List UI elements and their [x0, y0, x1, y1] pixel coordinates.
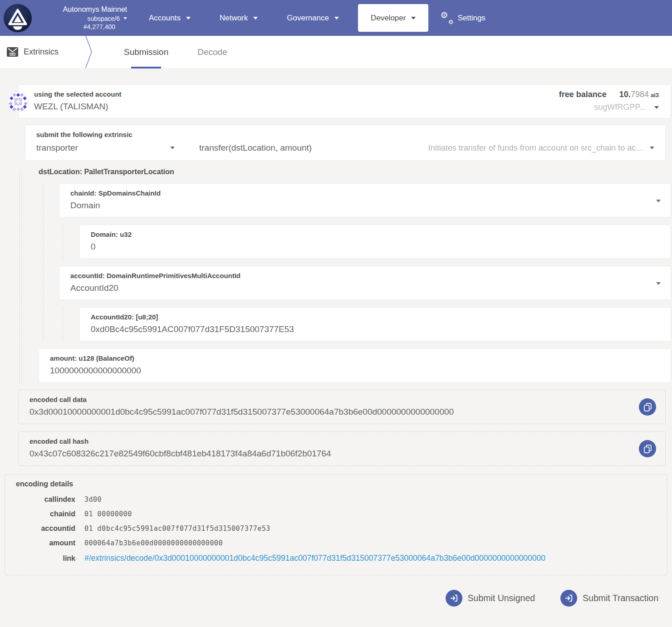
top-navbar: Autonomys Mainnet subspace/6 #4,277,400 … — [0, 0, 672, 36]
encoded-call-data-box: encoded call data 0x3d00010000000001d0bc… — [18, 390, 666, 424]
param-accountid-value: AccountId20 — [70, 283, 660, 293]
param-amount-label: amount: u128 (BalanceOf) — [50, 354, 660, 362]
tab-decode[interactable]: Decode — [197, 36, 227, 68]
balance-integer: 10. — [619, 90, 631, 99]
params-level-2a: Domain: u32 0 — [63, 225, 672, 259]
decode-link[interactable]: #/extrinsics/decode/0x3d00010000000001d0… — [84, 554, 545, 563]
tab-bar: Extrinsics Submission Decode — [0, 36, 672, 68]
extrinsics-mail-icon — [6, 46, 19, 58]
detail-label-link: link — [16, 554, 75, 563]
actions-bar: Submit Unsigned Submit Transaction — [0, 590, 658, 607]
balance-unit: ai3 — [651, 92, 659, 98]
menu-item-network[interactable]: Network — [205, 0, 272, 36]
param-accountid-label: accountId: DomainRuntimePrimitivesMultiA… — [70, 272, 660, 279]
account-selector[interactable]: using the selected account WEZL (TALISMA… — [18, 84, 671, 118]
extrinsic-section: submit the following extrinsic transport… — [25, 125, 666, 161]
param-accountid20-input[interactable]: AccountId20: [u8;20] 0xd0Bc4c95c5991AC00… — [79, 307, 671, 341]
param-chainid-label: chainId: SpDomainsChainId — [70, 189, 660, 197]
content-area: using the selected account WEZL (TALISMA… — [0, 84, 672, 607]
encoding-details-box: encoding details callindex 3d00 chainid … — [5, 474, 667, 575]
tab-submission[interactable]: Submission — [124, 36, 168, 68]
account-info: using the selected account WEZL (TALISMA… — [34, 90, 122, 112]
detail-value-amount: 000064a7b3b6e00d0000000000000000 — [84, 539, 656, 547]
chevron-down-icon — [170, 147, 175, 149]
encoded-call-hash-box: encoded call hash 0x43c07c608326c217e825… — [18, 431, 666, 466]
submit-transaction-button[interactable]: Submit Transaction — [560, 590, 658, 607]
chain-info[interactable]: Autonomys Mainnet subspace/6 #4,277,400 — [38, 5, 127, 31]
chevron-down-icon — [650, 147, 654, 149]
param-dstlocation-label: dstLocation: PalletTransporterLocation — [39, 168, 672, 176]
sign-in-icon — [560, 590, 577, 607]
encoded-call-hash-value: 0x43c07c608326c217e82549f60cbf8cbf481eb4… — [29, 449, 624, 459]
chevron-down-icon — [186, 17, 191, 20]
param-amount-input[interactable]: amount: u128 (BalanceOf) 100000000000000… — [39, 348, 671, 382]
param-accountid20-label: AccountId20: [u8;20] — [91, 313, 660, 321]
chevron-down-icon — [253, 17, 258, 20]
menu-item-developer[interactable]: Developer — [358, 4, 429, 32]
tabs: Submission Decode — [124, 36, 227, 68]
param-amount-value: 1000000000000000000 — [50, 366, 660, 376]
encoding-details-rows: callindex 3d00 chainid 01 00000000 accou… — [16, 495, 656, 563]
pallet-select[interactable]: transporter — [36, 143, 175, 153]
menu-item-accounts[interactable]: Accounts — [134, 0, 205, 36]
chevron-down-icon — [411, 17, 416, 20]
chevron-down-icon — [656, 282, 661, 285]
chain-name: Autonomys Mainnet — [63, 5, 127, 15]
copy-call-data-button[interactable] — [639, 398, 656, 416]
copy-icon — [644, 403, 652, 411]
chevron-down-icon — [656, 200, 661, 202]
param-domain-input[interactable]: Domain: u32 0 — [79, 225, 671, 259]
settings-button[interactable]: ⚙⚙ Settings — [433, 12, 485, 24]
submit-unsigned-button[interactable]: Submit Unsigned — [446, 590, 535, 607]
detail-label-accountid: accountid — [16, 524, 75, 533]
account-label: using the selected account — [34, 90, 122, 98]
detail-value-chainid: 01 00000000 — [84, 510, 656, 518]
detail-label-callindex: callindex — [16, 495, 75, 504]
runtime-version: subspace/6 — [87, 15, 120, 23]
params-level-2b: AccountId20: [u8;20] 0xd0Bc4c95c5991AC00… — [63, 307, 672, 341]
encoded-call-hash-label: encoded call hash — [29, 437, 624, 445]
breadcrumb-chevron-icon — [84, 36, 94, 68]
copy-call-hash-button[interactable] — [639, 440, 656, 457]
param-chainid-select[interactable]: chainId: SpDomainsChainId Domain — [59, 183, 671, 217]
free-balance-label: free balance — [559, 90, 607, 99]
params-level-1: chainId: SpDomainsChainId Domain Domain:… — [43, 183, 672, 341]
submit-transaction-label: Submit Transaction — [583, 593, 658, 603]
settings-label: Settings — [457, 14, 485, 23]
balance-fraction: 7984 — [631, 90, 649, 99]
account-name: WEZL (TALISMAN) — [34, 102, 122, 112]
page-title: Extrinsics — [24, 47, 59, 57]
chevron-down-icon — [334, 17, 339, 20]
submit-unsigned-label: Submit Unsigned — [468, 593, 535, 603]
detail-label-chainid: chainid — [16, 510, 75, 518]
menu-item-governance[interactable]: Governance — [272, 0, 353, 36]
param-chainid-value: Domain — [70, 201, 660, 211]
encoding-details-title: encoding details — [16, 480, 656, 488]
account-balance-block: free balance10.7984ai3 sugWfRGPP... — [559, 90, 659, 112]
encoded-call-data-value: 0x3d00010000000001d0bc4c95c5991ac007f077… — [29, 407, 624, 417]
param-accountid-select[interactable]: accountId: DomainRuntimePrimitivesMultiA… — [59, 266, 671, 300]
extrinsic-label: submit the following extrinsic — [36, 131, 654, 138]
autonomys-logo-icon[interactable] — [4, 4, 32, 32]
detail-value-callindex: 3d00 — [84, 495, 656, 504]
settings-gears-icon: ⚙⚙ — [440, 12, 453, 24]
chevron-down-icon[interactable] — [654, 106, 659, 109]
account-identicon — [8, 91, 29, 112]
param-domain-value: 0 — [91, 242, 660, 252]
autonomys-logo-glyph — [4, 4, 32, 32]
sign-in-icon — [446, 590, 462, 607]
encoded-call-data-label: encoded call data — [29, 396, 624, 403]
block-number: #4,277,400 — [83, 23, 115, 31]
method-select[interactable]: Initiates transfer of funds from account… — [428, 143, 654, 153]
detail-value-accountid: 01 d0bc4c95c5991ac007f077d31f5d315007377… — [84, 524, 656, 533]
method-value[interactable]: transfer(dstLocation, amount) — [199, 143, 312, 153]
param-domain-label: Domain: u32 — [91, 230, 660, 238]
method-description: Initiates transfer of funds from account… — [428, 143, 643, 153]
pallet-value: transporter — [36, 143, 78, 153]
main-menu: Accounts Network Governance Developer ⚙⚙… — [134, 0, 486, 36]
param-accountid20-value: 0xd0Bc4c95c5991AC007f077d31F5D315007377E… — [91, 324, 660, 334]
account-address-short: sugWfRGPP... — [594, 103, 646, 112]
params-tree: dstLocation: PalletTransporterLocation c… — [19, 168, 672, 383]
chevron-down-icon — [123, 17, 127, 20]
detail-label-amount: amount — [16, 539, 75, 547]
